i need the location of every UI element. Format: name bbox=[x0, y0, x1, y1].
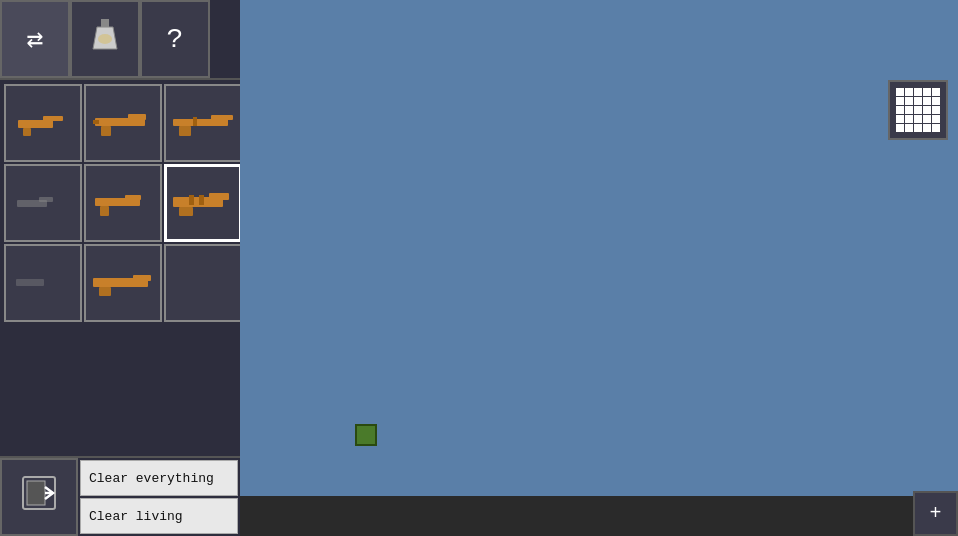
svg-point-1 bbox=[98, 34, 112, 44]
clear-everything-button[interactable]: Clear everything bbox=[80, 460, 238, 496]
svg-rect-11 bbox=[179, 126, 191, 136]
item-cell-1[interactable] bbox=[84, 84, 162, 162]
svg-rect-9 bbox=[173, 119, 228, 126]
green-block-entity bbox=[355, 424, 377, 446]
item-cell-3[interactable] bbox=[4, 164, 82, 242]
top-toolbar: ⇄ ? bbox=[0, 0, 240, 80]
svg-rect-16 bbox=[125, 195, 141, 200]
item-cell-5[interactable] bbox=[164, 164, 240, 242]
svg-rect-19 bbox=[209, 193, 229, 200]
add-entity-button[interactable]: + bbox=[913, 491, 958, 536]
svg-rect-6 bbox=[128, 114, 146, 120]
svg-rect-8 bbox=[93, 120, 99, 124]
svg-rect-26 bbox=[99, 287, 111, 296]
svg-rect-25 bbox=[133, 275, 151, 281]
svg-rect-4 bbox=[23, 128, 31, 136]
item-cell-8[interactable] bbox=[164, 244, 240, 322]
potion-icon bbox=[89, 17, 121, 61]
svg-rect-10 bbox=[211, 115, 233, 120]
item-cell-0[interactable] bbox=[4, 84, 82, 162]
svg-rect-23 bbox=[16, 279, 44, 286]
clear-living-button[interactable]: Clear living bbox=[80, 498, 238, 534]
svg-rect-20 bbox=[179, 207, 193, 216]
svg-rect-17 bbox=[100, 206, 109, 216]
help-button[interactable]: ? bbox=[140, 0, 210, 78]
svg-rect-2 bbox=[18, 120, 53, 128]
svg-rect-3 bbox=[43, 116, 63, 121]
exit-button[interactable] bbox=[0, 458, 78, 536]
svg-rect-0 bbox=[101, 19, 109, 27]
add-icon: + bbox=[929, 502, 941, 525]
game-area[interactable] bbox=[240, 0, 958, 496]
clear-menu: Clear everything Clear living bbox=[78, 458, 240, 536]
potion-button[interactable] bbox=[70, 0, 140, 78]
svg-rect-12 bbox=[193, 117, 197, 126]
svg-rect-22 bbox=[199, 195, 204, 205]
item-cell-4[interactable] bbox=[84, 164, 162, 242]
grid-icon bbox=[896, 88, 940, 132]
swap-icon: ⇄ bbox=[27, 22, 44, 56]
question-icon: ? bbox=[167, 24, 184, 55]
item-cell-6[interactable] bbox=[4, 244, 82, 322]
exit-icon bbox=[21, 475, 57, 519]
swap-button[interactable]: ⇄ bbox=[0, 0, 70, 78]
grid-toggle-button[interactable] bbox=[888, 80, 948, 140]
item-cell-2[interactable] bbox=[164, 84, 240, 162]
svg-rect-21 bbox=[189, 195, 194, 205]
svg-rect-14 bbox=[39, 197, 53, 202]
svg-rect-7 bbox=[101, 126, 111, 136]
item-cell-7[interactable] bbox=[84, 244, 162, 322]
bottom-bar: + bbox=[240, 496, 958, 536]
bottom-left-panel: Clear everything Clear living bbox=[0, 456, 240, 536]
svg-rect-28 bbox=[27, 481, 45, 505]
